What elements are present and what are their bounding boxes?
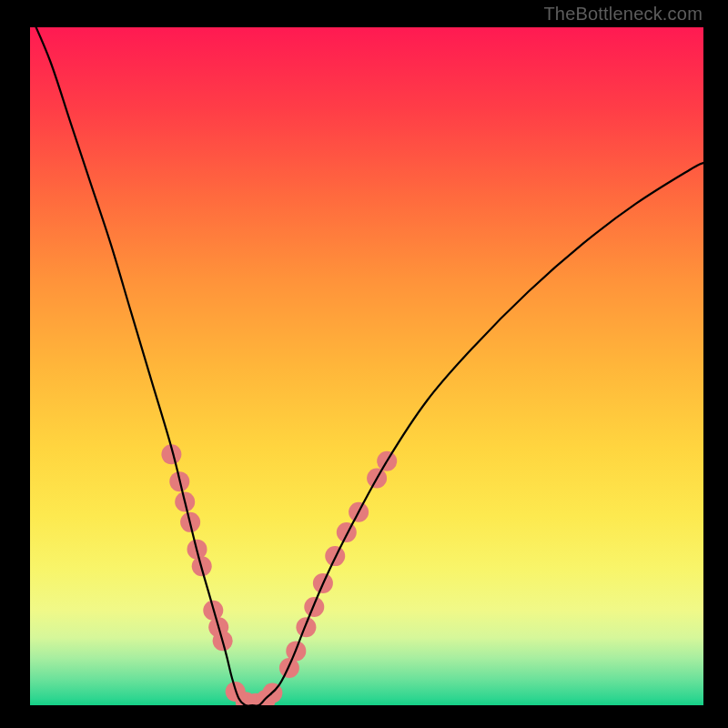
highlight-dots-right-dot <box>296 617 316 637</box>
bottleneck-curve <box>30 27 703 705</box>
highlight-dots-right-dot <box>304 597 324 617</box>
plot-area <box>30 27 703 705</box>
watermark-text: TheBottleneck.com <box>543 4 703 25</box>
chart-frame: TheBottleneck.com <box>0 0 728 728</box>
chart-svg <box>30 27 703 705</box>
highlight-dots-right-dot <box>337 522 357 542</box>
